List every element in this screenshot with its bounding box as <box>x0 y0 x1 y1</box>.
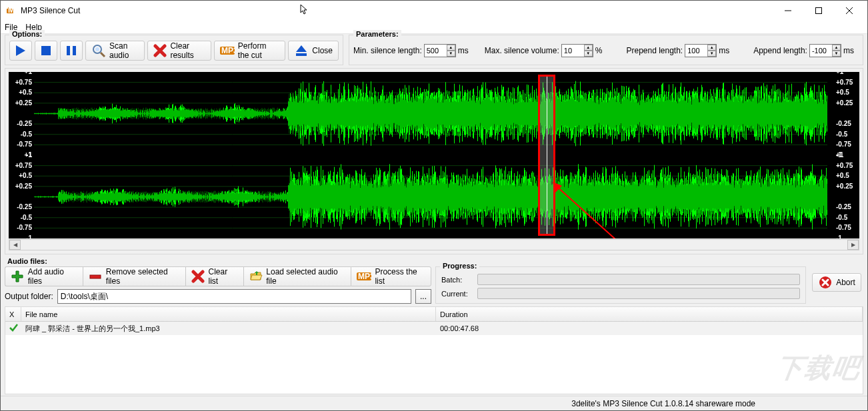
audio-files-toolbar: Add audio files Remove selected files Cl… <box>5 266 431 286</box>
close-window-button[interactable] <box>834 1 865 21</box>
min-silence-length-label: Min. silence length: <box>353 46 422 55</box>
status-text: 3delite's MP3 Silence Cut 1.0.8.14 share… <box>571 399 755 408</box>
unit-ms: ms <box>719 46 729 55</box>
svg-point-12 <box>95 47 99 51</box>
svg-text:MP3: MP3 <box>221 46 235 55</box>
file-table: X File name Duration 阿肆 _ 郭采洁 - 世界上的另一个我… <box>5 306 863 394</box>
scan-audio-button[interactable]: Scan audio <box>85 41 145 61</box>
maximize-button[interactable] <box>803 1 834 21</box>
unit-pct: % <box>595 46 603 55</box>
abort-label: Abort <box>836 278 855 287</box>
svg-rect-4 <box>816 8 822 14</box>
stop-icon <box>39 43 53 58</box>
scan-audio-label: Scan audio <box>109 41 139 60</box>
prepend-length-input[interactable]: ▲▼ <box>685 44 717 57</box>
perform-cut-button[interactable]: MP3Perform the cut <box>214 41 285 61</box>
app-icon: MP3 <box>6 5 17 16</box>
waveform-display[interactable]: +1+0.75+0.5+0.25-0.25-0.5-0.75-1+1+0.75+… <box>9 72 859 238</box>
error-icon <box>818 275 833 290</box>
abort-button[interactable]: Abort <box>812 273 861 292</box>
column-x[interactable]: X <box>5 307 21 321</box>
parameters-label: Parameters: <box>353 30 401 38</box>
column-duration[interactable]: Duration <box>436 307 863 321</box>
current-label: Current: <box>441 290 473 298</box>
current-progress-bar <box>477 288 800 299</box>
svg-rect-9 <box>73 46 76 55</box>
output-folder-label: Output folder: <box>5 292 53 301</box>
output-folder-input[interactable] <box>57 289 411 304</box>
clear-list-button[interactable]: Clear list <box>185 266 243 286</box>
cursor-icon <box>300 4 309 18</box>
clear-list-label: Clear list <box>208 267 237 286</box>
cell-filename: 阿肆 _ 郭采洁 - 世界上的另一个我_1.mp3 <box>21 324 436 334</box>
options-group: Options: Scan audio Clear results MP3Per… <box>5 35 343 65</box>
svg-rect-17 <box>90 275 101 278</box>
process-list-button[interactable]: MP3Process the list <box>351 266 431 286</box>
svg-line-11 <box>101 53 105 57</box>
check-icon <box>9 323 18 334</box>
svg-rect-8 <box>67 46 70 55</box>
audio-files-label: Audio files: <box>5 257 863 265</box>
status-bar: 3delite's MP3 Silence Cut 1.0.8.14 share… <box>1 396 867 410</box>
clear-results-button[interactable]: Clear results <box>147 41 211 61</box>
max-silence-volume-input[interactable]: ▲▼ <box>561 44 593 57</box>
progress-label: Progress: <box>440 262 479 270</box>
eject-icon <box>294 43 309 58</box>
title-bar: MP3 MP3 Silence Cut <box>1 1 867 21</box>
load-selected-label: Load selected audio file <box>266 267 345 286</box>
perform-cut-label: Perform the cut <box>238 41 279 60</box>
prepend-length-label: Prepend length: <box>626 46 683 55</box>
progress-group: Progress: Batch: Current: <box>435 266 806 304</box>
selection-marker[interactable] <box>538 75 555 236</box>
pause-icon <box>64 43 79 58</box>
append-length-input[interactable]: ▲▼ <box>809 44 841 57</box>
plus-icon <box>11 269 25 284</box>
folder-open-icon <box>249 269 263 284</box>
remove-selected-button[interactable]: Remove selected files <box>83 266 185 286</box>
scale-left: +1+0.75+0.5+0.25-0.25-0.5-0.75-1+1+0.75+… <box>9 72 34 238</box>
pause-button[interactable] <box>60 41 83 61</box>
stop-button[interactable] <box>35 41 57 61</box>
magnifier-icon <box>91 43 106 58</box>
channel-left <box>34 72 834 155</box>
play-button[interactable] <box>9 41 32 61</box>
clear-results-label: Clear results <box>170 41 205 60</box>
process-list-label: Process the list <box>375 267 425 286</box>
unit-ms: ms <box>843 46 854 55</box>
load-selected-button[interactable]: Load selected audio file <box>243 266 351 286</box>
table-row[interactable]: 阿肆 _ 郭采洁 - 世界上的另一个我_1.mp3 00:00:47.68 <box>5 322 863 335</box>
batch-label: Batch: <box>441 276 473 284</box>
scroll-right-icon[interactable]: ▶ <box>847 240 859 250</box>
horizontal-scrollbar[interactable]: ◀ ▶ <box>9 239 859 250</box>
remove-selected-label: Remove selected files <box>106 267 180 286</box>
channel-right <box>34 155 834 238</box>
append-length-label: Append length: <box>753 46 807 55</box>
svg-text:MP3: MP3 <box>358 272 371 281</box>
mp3-icon: MP3 <box>357 269 371 284</box>
browse-button[interactable]: ... <box>415 289 431 304</box>
add-audio-files-label: Add audio files <box>28 267 77 286</box>
scroll-left-icon[interactable]: ◀ <box>9 240 21 250</box>
mp3-icon: MP3 <box>220 43 235 58</box>
close-label: Close <box>312 46 333 55</box>
browse-label: ... <box>420 292 427 301</box>
window-title: MP3 Silence Cut <box>21 6 80 15</box>
minimize-button[interactable] <box>773 1 803 21</box>
svg-rect-15 <box>296 53 307 56</box>
column-filename[interactable]: File name <box>21 307 436 321</box>
close-button[interactable]: Close <box>288 41 339 61</box>
unit-ms: ms <box>458 46 469 55</box>
batch-progress-bar <box>477 274 800 285</box>
red-x-icon <box>191 269 205 284</box>
options-label: Options: <box>9 30 45 38</box>
add-audio-files-button[interactable]: Add audio files <box>5 266 83 286</box>
table-header: X File name Duration <box>5 307 863 322</box>
minus-icon <box>89 269 103 284</box>
scale-right: +1+0.75+0.5+0.25-0.25-0.5-0.75-1+1+0.75+… <box>834 72 859 238</box>
red-x-icon <box>153 43 167 58</box>
max-silence-volume-label: Max. silence volume: <box>485 46 559 55</box>
menu-bar: File Help <box>1 21 867 34</box>
min-silence-length-input[interactable]: ▲▼ <box>424 44 456 57</box>
cell-duration: 00:00:47.68 <box>436 324 863 332</box>
svg-text:MP3: MP3 <box>8 5 17 15</box>
